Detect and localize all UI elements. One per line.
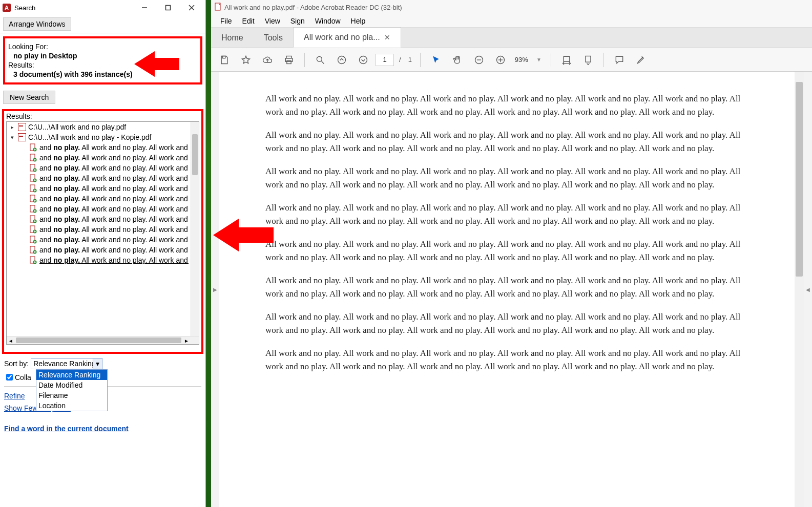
result-hit-row[interactable]: and no play. All work and no play. All w… [7,255,191,265]
pdf-hit-icon [29,184,37,193]
page-up-icon[interactable] [332,51,351,69]
save-icon[interactable] [215,51,234,69]
svg-marker-4 [134,51,179,77]
result-file-row[interactable]: ▸C:\U...\All work and no play.pdf [7,122,191,132]
tab-tools[interactable]: Tools [254,28,293,48]
svg-point-38 [360,56,367,64]
selection-tool-icon[interactable] [427,51,445,69]
result-hit-row[interactable]: and no play. All work and no play. All w… [7,153,191,163]
comment-icon[interactable] [610,51,629,69]
document-paragraph: All work and no play. All work and no pl… [265,201,758,227]
result-hit-text: and no play. All work and no play. All w… [39,205,189,213]
maximize-button[interactable] [156,0,180,15]
arrange-windows-button[interactable]: Arrange Windows [3,17,71,31]
svg-line-36 [322,61,324,64]
sort-option[interactable]: Filename [36,390,107,400]
pdf-hit-icon [29,246,37,254]
menu-file[interactable]: File [215,15,237,27]
result-hit-row[interactable]: and no play. All work and no play. All w… [7,245,191,255]
result-hit-text: and no play. All work and no play. All w… [39,256,189,264]
search-icon[interactable] [311,51,329,69]
document-paragraph: All work and no play. All work and no pl… [265,274,758,300]
svg-point-37 [338,56,346,64]
annotation-arrow-icon [134,49,180,79]
result-file-path: C:\U...\All work and no play - Kopie.pdf [28,133,151,141]
results-scrollbar-horizontal[interactable]: ◄► [7,336,199,344]
chevron-down-icon[interactable]: ▾ [9,134,16,141]
tab-home[interactable]: Home [211,28,254,48]
document-paragraph: All work and no play. All work and no pl… [265,92,758,118]
results-panel: Results: ▸C:\U...\All work and no play.p… [2,109,203,354]
sort-option[interactable]: Date Modified [36,380,107,390]
fit-width-icon[interactable] [557,51,576,69]
result-hit-text: and no play. All work and no play. All w… [39,195,189,203]
result-hit-row[interactable]: and no play. All work and no play. All w… [7,224,191,235]
reader-window: All work and no play.pdf - Adobe Acrobat… [211,0,812,507]
result-file-row[interactable]: ▾C:\U...\All work and no play - Kopie.pd… [7,132,191,142]
cloud-upload-icon[interactable] [258,51,277,69]
svg-rect-34 [287,60,291,64]
result-hit-row[interactable]: and no play. All work and no play. All w… [7,214,191,224]
menu-sign[interactable]: Sign [285,15,310,27]
result-hit-text: and no play. All work and no play. All w… [39,236,189,244]
scroll-mode-icon[interactable] [579,51,597,69]
document-paragraph: All work and no play. All work and no pl… [265,310,758,336]
highlight-icon[interactable] [632,51,650,69]
sort-option[interactable]: Relevance Ranking [36,370,107,380]
menu-view[interactable]: View [260,15,285,27]
result-hit-text: and no play. All work and no play. All w… [39,225,189,234]
result-hit-text: and no play. All work and no play. All w… [39,174,189,182]
result-hit-row[interactable]: and no play. All work and no play. All w… [7,194,191,204]
sort-row: Sort by: Relevance Ranking ▾ Relevance R… [0,356,205,371]
zoom-out-icon[interactable] [470,51,488,69]
tab-document[interactable]: All work and no pla... ✕ [293,27,401,48]
sort-option[interactable]: Location [36,400,107,411]
sort-dropdown[interactable]: Relevance Ranking ▾ [31,358,102,369]
find-word-link[interactable]: Find a word in the current document [0,422,205,435]
pdf-hit-icon [29,174,37,182]
annotation-arrow-icon [213,217,275,253]
document-viewport[interactable]: All work and no play. All work and no pl… [219,72,804,507]
svg-rect-45 [586,56,591,62]
zoom-in-icon[interactable] [491,51,510,69]
document-paragraph: All work and no play. All work and no pl… [265,347,758,373]
page-separator: / [397,56,403,64]
chevron-down-icon: ▾ [93,358,102,369]
star-icon[interactable] [237,51,255,69]
document-page: All work and no play. All work and no pl… [265,92,758,373]
document-paragraph: All work and no play. All work and no pl… [265,238,758,264]
chevron-right-icon[interactable]: ▸ [9,124,16,131]
new-search-button[interactable]: New Search [3,91,55,104]
results-scrollbar-vertical[interactable] [191,122,199,336]
right-panel-toggle[interactable]: ◀ [804,72,812,507]
menu-edit[interactable]: Edit [237,15,260,27]
pdf-hit-icon [29,225,37,234]
close-tab-icon[interactable]: ✕ [384,33,390,41]
page-down-icon[interactable] [354,51,372,69]
reader-titlebar: All work and no play.pdf - Adobe Acrobat… [211,0,812,14]
minimize-button[interactable] [133,0,156,15]
result-hit-row[interactable]: and no play. All work and no play. All w… [7,235,191,245]
left-panel-toggle[interactable]: ▶ [211,72,219,507]
document-area: ▶ All work and no play. All work and no … [211,72,812,507]
close-button[interactable] [180,0,203,15]
result-hit-row[interactable]: and no play. All work and no play. All w… [7,142,191,153]
adobe-icon: A [2,3,11,12]
result-hit-row[interactable]: and no play. All work and no play. All w… [7,204,191,214]
result-hit-row[interactable]: and no play. All work and no play. All w… [7,183,191,194]
print-icon[interactable] [280,51,298,69]
document-scrollbar-vertical[interactable] [795,72,804,507]
pdf-file-icon [18,123,26,131]
result-hit-row[interactable]: and no play. All work and no play. All w… [7,173,191,183]
svg-marker-29 [213,219,274,251]
menu-window[interactable]: Window [310,15,346,27]
result-hit-row[interactable]: and no play. All work and no play. All w… [7,163,191,173]
page-number-input[interactable] [376,54,394,66]
hand-tool-icon[interactable] [448,51,467,69]
pdf-hit-icon [29,154,37,162]
zoom-dropdown-icon[interactable]: ▼ [533,57,545,62]
pdf-hit-icon [29,205,37,213]
collapse-checkbox[interactable] [6,374,13,381]
document-paragraph: All work and no play. All work and no pl… [265,129,758,155]
menu-help[interactable]: Help [346,15,371,27]
